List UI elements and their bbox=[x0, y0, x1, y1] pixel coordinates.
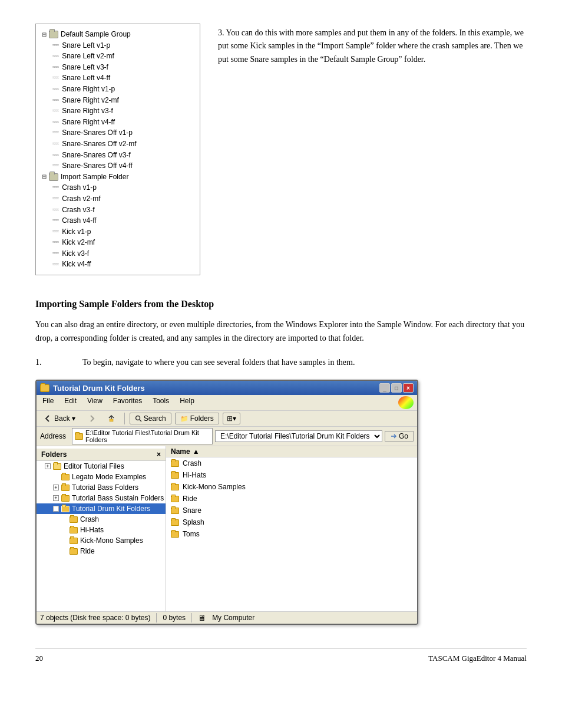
sidebar-item-hihats[interactable]: Hi-Hats bbox=[37, 525, 166, 535]
tree-label: Tutorial Drum Kit Folders bbox=[72, 505, 150, 513]
list-item: Snare-Snares Off v4-ff bbox=[42, 160, 194, 172]
menu-tools[interactable]: Tools bbox=[150, 396, 171, 409]
addressbar: Address E:\Editor Tutorial Files\Tutoria… bbox=[37, 427, 417, 446]
sidebar-item-kick-mono[interactable]: Kick-Mono Samples bbox=[37, 535, 166, 546]
menu-edit[interactable]: Edit bbox=[62, 396, 79, 409]
close-button[interactable]: × bbox=[403, 383, 414, 393]
list-item: Snare Right v3-f bbox=[42, 106, 194, 117]
collapse-icon[interactable]: ⊟ bbox=[42, 30, 47, 39]
description-text: 3. You can do this with more samples and… bbox=[218, 24, 527, 275]
expand-icon[interactable]: + bbox=[45, 463, 51, 469]
sample-icon bbox=[52, 74, 59, 81]
up-icon bbox=[107, 414, 115, 423]
file-name: Splash bbox=[183, 518, 204, 526]
file-row[interactable]: Snare bbox=[166, 505, 417, 516]
back-icon bbox=[44, 414, 52, 423]
files-col-header[interactable]: Name ▲ bbox=[166, 446, 417, 457]
tree-label: Tutorial Bass Sustain Folders bbox=[72, 494, 164, 502]
maximize-button[interactable]: □ bbox=[391, 383, 402, 393]
folder-icon bbox=[70, 516, 78, 523]
sidebar-item-editor-tutorial[interactable]: + Editor Tutorial Files bbox=[37, 461, 166, 472]
folder-icon bbox=[171, 519, 179, 526]
list-item: Crash v2-mf bbox=[42, 193, 194, 205]
menu-favorites[interactable]: Favorites bbox=[111, 396, 144, 409]
back-button[interactable]: Back ▾ bbox=[40, 413, 80, 424]
svg-line-2 bbox=[140, 420, 141, 421]
file-row[interactable]: Hi-Hats bbox=[166, 469, 417, 481]
sample-icon bbox=[52, 42, 59, 49]
expand-icon[interactable]: + bbox=[53, 495, 59, 501]
my-computer-icon: 🖥 bbox=[198, 613, 206, 622]
menu-view[interactable]: View bbox=[85, 396, 105, 409]
tree-label: Ride bbox=[80, 547, 95, 555]
folder-icon bbox=[171, 472, 179, 479]
search-button[interactable]: Search bbox=[130, 413, 171, 424]
address-dropdown[interactable]: E:\Editor Tutorial Files\Tutorial Drum K… bbox=[215, 430, 382, 442]
views-button[interactable]: ⊞▾ bbox=[223, 413, 240, 424]
folders-icon: 📁 bbox=[180, 415, 189, 423]
tree-folder-default[interactable]: ⊟ Default Sample Group bbox=[42, 29, 194, 40]
sidebar-item-ride[interactable]: Ride bbox=[37, 546, 166, 556]
collapse-icon[interactable]: ⊟ bbox=[42, 172, 47, 182]
list-item: Snare Right v4-ff bbox=[42, 117, 194, 128]
file-row[interactable]: Ride bbox=[166, 493, 417, 505]
folder-icon bbox=[61, 506, 70, 512]
forward-icon bbox=[87, 414, 95, 423]
folders-button[interactable]: 📁 Folders bbox=[175, 413, 219, 424]
list-item: Crash v1-p bbox=[42, 182, 194, 193]
go-arrow-icon bbox=[390, 433, 397, 440]
file-name: Toms bbox=[183, 530, 200, 538]
forward-button[interactable] bbox=[83, 413, 100, 424]
folders-close-icon[interactable]: × bbox=[157, 450, 161, 459]
file-row[interactable]: Toms bbox=[166, 528, 417, 540]
manual-title: TASCAM GigaEditor 4 Manual bbox=[428, 654, 527, 663]
page-number: 20 bbox=[35, 654, 43, 663]
address-box[interactable]: E:\Editor Tutorial Files\Tutorial Drum K… bbox=[72, 428, 213, 444]
sample-icon bbox=[52, 107, 59, 114]
list-item: Snare Left v4-ff bbox=[42, 73, 194, 84]
file-name: Snare bbox=[183, 506, 201, 515]
sidebar-item-legato[interactable]: Legato Mode Examples bbox=[37, 472, 166, 482]
sidebar-item-tutorial-bass[interactable]: + Tutorial Bass Folders bbox=[37, 482, 166, 493]
folder-icon bbox=[171, 460, 179, 467]
sample-icon bbox=[52, 261, 59, 268]
sample-icon bbox=[52, 184, 59, 191]
folder-icon bbox=[61, 485, 70, 491]
status-computer: My Computer bbox=[212, 614, 254, 622]
expand-icon[interactable]: + bbox=[53, 485, 59, 490]
list-item: Crash v4-ff bbox=[42, 215, 194, 226]
file-row[interactable]: Crash bbox=[166, 457, 417, 469]
back-dropdown-icon[interactable]: ▾ bbox=[72, 414, 75, 423]
list-item: Snare-Snares Off v1-p bbox=[42, 127, 194, 139]
back-label: Back bbox=[54, 414, 70, 423]
expand-icon[interactable]: - bbox=[53, 506, 59, 512]
sidebar-item-crash[interactable]: Crash bbox=[37, 514, 166, 525]
step-number: 1. bbox=[35, 355, 71, 369]
file-name: Ride bbox=[183, 495, 197, 503]
up-button[interactable] bbox=[103, 413, 120, 424]
menu-file[interactable]: File bbox=[40, 396, 56, 409]
titlebar-title: Tutorial Drum Kit Folders bbox=[53, 384, 145, 393]
file-name: Hi-Hats bbox=[183, 471, 206, 479]
list-item: Snare-Snares Off v3-f bbox=[42, 150, 194, 161]
sample-icon bbox=[52, 151, 59, 159]
menu-help[interactable]: Help bbox=[177, 396, 197, 409]
tree-folder-import[interactable]: ⊟ Import Sample Folder bbox=[42, 172, 194, 183]
toolbar-separator bbox=[124, 413, 125, 424]
address-label: Address bbox=[40, 432, 70, 440]
go-button[interactable]: Go bbox=[385, 431, 414, 442]
folder-icon bbox=[61, 495, 70, 502]
sidebar-item-tutorial-drum-kit[interactable]: - Tutorial Drum Kit Folders bbox=[37, 503, 166, 514]
titlebar-left: Tutorial Drum Kit Folders bbox=[40, 384, 145, 393]
tree-label: Kick-Mono Samples bbox=[80, 536, 143, 545]
sample-icon bbox=[52, 140, 59, 147]
list-item: Kick v4-ff bbox=[42, 259, 194, 270]
file-name: Crash bbox=[183, 459, 201, 467]
list-item: Crash v3-f bbox=[42, 205, 194, 216]
list-item: Snare Left v2-mf bbox=[42, 51, 194, 62]
sidebar-item-tutorial-bass-sustain[interactable]: + Tutorial Bass Sustain Folders bbox=[37, 493, 166, 503]
file-row[interactable]: Splash bbox=[166, 516, 417, 528]
minimize-button[interactable]: _ bbox=[379, 383, 390, 393]
address-path: E:\Editor Tutorial Files\Tutorial Drum K… bbox=[85, 429, 210, 443]
file-row[interactable]: Kick-Mono Samples bbox=[166, 481, 417, 493]
